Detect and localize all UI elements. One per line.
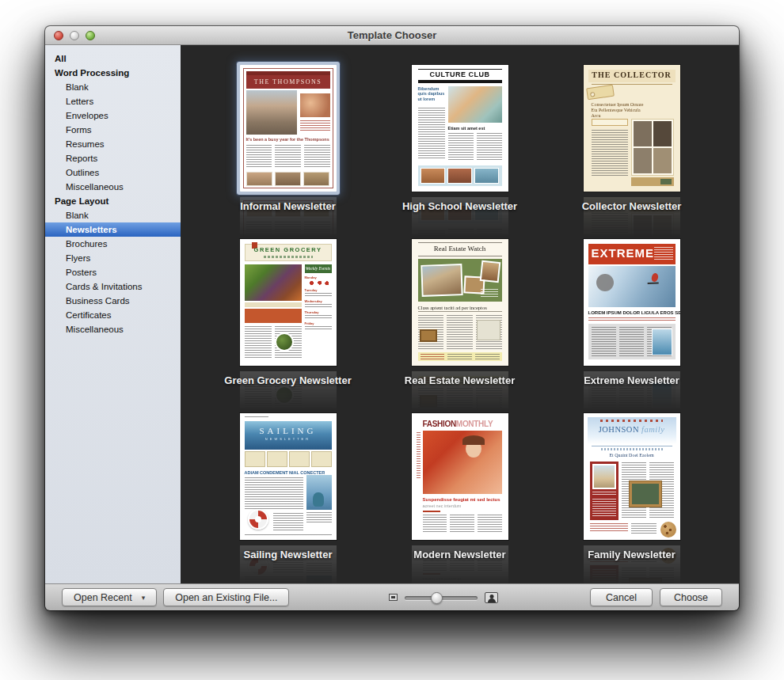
open-existing-file-button[interactable]: Open an Existing File... xyxy=(163,588,289,606)
template-label: Modern Newsletter xyxy=(413,549,505,560)
title-bar[interactable]: Template Chooser xyxy=(45,26,739,45)
thumb-text-block xyxy=(418,108,445,160)
thumb-photo-collage xyxy=(418,259,502,302)
sidebar-item-wp-miscellaneous[interactable]: Miscellaneous xyxy=(45,180,181,194)
sidebar-item-envelopes[interactable]: Envelopes xyxy=(45,108,181,123)
template-cell: EXTREME LOREM IPSUM DOLOR LIGULA EROS SE… xyxy=(546,236,717,410)
tomatoes-graphic xyxy=(305,280,332,286)
thumb-masthead-band: JOHNSON family xyxy=(588,417,676,444)
template-label: Extreme Newsletter xyxy=(584,374,679,386)
thumb-byline xyxy=(423,511,440,512)
template-label: Real Estate Newsletter xyxy=(405,374,515,386)
thumb-bar xyxy=(418,80,502,83)
minimize-button[interactable] xyxy=(70,31,79,40)
sidebar-item-pl-miscellaneous[interactable]: Miscellaneous xyxy=(45,322,181,336)
thumb-text-block xyxy=(245,477,303,509)
template-grid-area: THE THOMPSONS It's been a busy year for … xyxy=(181,45,739,583)
sidebar-item-pl-blank[interactable]: Blank xyxy=(45,208,181,222)
thumb-tagline xyxy=(264,256,313,258)
thumb-caption xyxy=(306,512,332,523)
sidebar-item-certificates[interactable]: Certificates xyxy=(45,308,181,322)
cancel-button[interactable]: Cancel xyxy=(590,588,653,606)
screen: Template Chooser All Word Processing Bla… xyxy=(0,0,784,680)
template-thumbnail-green-grocery-newsletter[interactable]: GREEN GROCERY Weekly Events Monday Tuesd… xyxy=(240,239,337,366)
template-label: Family Newsletter xyxy=(588,549,676,560)
thumb-subhead: Etiam sit amet est xyxy=(448,126,485,131)
sidebar-item-all[interactable]: All xyxy=(45,51,181,66)
thumb-masthead: EXTREME xyxy=(592,247,655,259)
thumb-dateline xyxy=(245,416,268,419)
sidebar-item-flyers[interactable]: Flyers xyxy=(45,251,181,265)
sidebar-item-wp-blank[interactable]: Blank xyxy=(45,80,181,94)
thumb-headline: It's been a busy year for the Thompsons xyxy=(246,137,330,142)
sidebar-item-business-cards[interactable]: Business Cards xyxy=(45,294,181,308)
template-cell: GREEN GROCERY Weekly Events Monday Tuesd… xyxy=(202,236,374,410)
thumbnail-slot: EXTREME LOREM IPSUM DOLOR LIGULA EROS SE… xyxy=(584,236,680,369)
thumb-tag-graphic xyxy=(586,85,615,101)
template-thumbnail-high-school-newsletter[interactable]: CULTURE CLUB Bibendum quis dapibus ut lo… xyxy=(412,65,508,192)
template-label: Sailing Newsletter xyxy=(244,549,333,560)
thumb-headline: Suspendisse feugiat mi sed lectus xyxy=(423,497,500,502)
sidebar-item-cards-invitations[interactable]: Cards & Invitations xyxy=(45,279,181,294)
thumbnail-slot: GREEN GROCERY Weekly Events Monday Tuesd… xyxy=(240,236,337,369)
sidebar-item-brochures[interactable]: Brochures xyxy=(45,237,181,251)
slider-knob[interactable] xyxy=(431,592,443,604)
template-label: Informal Newsletter xyxy=(240,200,336,212)
thumb-body-columns xyxy=(448,133,502,161)
template-thumbnail-collector-newsletter[interactable]: THE COLLECTOR Consectetuer Ipsum Ornare … xyxy=(584,65,680,192)
sidebar-item-resumes[interactable]: Resumes xyxy=(45,137,181,151)
window-title: Template Chooser xyxy=(348,29,436,41)
thumb-photo-circle xyxy=(275,332,294,351)
sidebar-group-page-layout[interactable]: Page Layout xyxy=(45,194,181,208)
thumb-rule xyxy=(418,256,502,256)
thumb-badge xyxy=(596,274,614,291)
thumb-callout xyxy=(245,309,302,323)
thumb-photo xyxy=(423,431,502,494)
thumb-photo xyxy=(592,464,616,489)
sidebar-item-letters[interactable]: Letters xyxy=(45,94,181,108)
template-cell: SAILING NEWSLETTER ADIAM CONDEMENT NIAL … xyxy=(202,410,374,583)
template-thumbnail-modern-newsletter[interactable]: FASHIONMONTHLY Suspendisse feugiat mi se… xyxy=(412,413,508,540)
thumbnail-size-slider[interactable] xyxy=(405,591,478,604)
choose-button[interactable]: Choose xyxy=(660,588,722,606)
sidebar-item-posters[interactable]: Posters xyxy=(45,265,181,279)
thumb-text-block xyxy=(592,499,616,518)
thumbnail-slot: THE THOMPSONS It's been a busy year for … xyxy=(240,62,337,195)
template-thumbnail-sailing-newsletter[interactable]: SAILING NEWSLETTER ADIAM CONDEMENT NIAL … xyxy=(240,413,337,540)
thumb-ribbon: Weekly Events xyxy=(305,264,332,273)
thumb-callout xyxy=(590,462,618,520)
sidebar-item-forms[interactable]: Forms xyxy=(45,123,181,137)
thumb-masthead: CULTURE CLUB xyxy=(412,70,508,78)
sidebar-item-outlines[interactable]: Outlines xyxy=(45,165,181,180)
thumb-headline: LOREM IPSUM DOLOR LIGULA EROS SET... xyxy=(588,310,676,315)
thumb-body-columns xyxy=(588,324,676,359)
sidebar-item-newsletters[interactable]: Newsletters xyxy=(45,222,181,237)
thumb-day-label: Monday xyxy=(305,275,332,279)
open-recent-button[interactable]: Open Recent ▾ xyxy=(62,588,157,606)
thumb-events-column: Weekly Events Monday Tuesday Wednesday T… xyxy=(305,264,332,359)
large-thumbnail-icon xyxy=(485,592,498,603)
template-thumbnail-real-estate-newsletter[interactable]: Real Estate Watch Class aptent taciti ad… xyxy=(412,239,508,366)
thumb-text-block xyxy=(300,120,330,131)
sidebar-group-word-processing[interactable]: Word Processing xyxy=(45,66,181,80)
thumb-callout xyxy=(592,119,628,126)
template-thumbnail-informal-newsletter[interactable]: THE THOMPSONS It's been a busy year for … xyxy=(240,65,337,192)
thumb-masthead-band: EXTREME xyxy=(588,244,676,264)
thumb-subhead: aoreet nec interdum xyxy=(423,503,462,508)
close-button[interactable] xyxy=(54,31,63,40)
template-thumbnail-family-newsletter[interactable]: JOHNSON family Et Quaint Doei Eaolem xyxy=(584,413,680,540)
thumb-masthead-light: MONTHLY xyxy=(456,420,493,428)
thumb-footer-strip xyxy=(418,352,502,361)
thumb-caption xyxy=(601,448,663,450)
template-label: Collector Newsletter xyxy=(582,200,682,212)
template-cell: Real Estate Watch Class aptent taciti ad… xyxy=(374,236,546,410)
thumb-text-block xyxy=(305,315,332,319)
thumb-teaser-row xyxy=(245,451,332,467)
thumb-text-block xyxy=(305,326,332,330)
thumb-masthead: GREEN GROCERY xyxy=(240,246,337,253)
template-thumbnail-extreme-newsletter[interactable]: EXTREME LOREM IPSUM DOLOR LIGULA EROS SE… xyxy=(584,239,680,366)
thumbnail-slot: SAILING NEWSLETTER ADIAM CONDEMENT NIAL … xyxy=(240,410,337,543)
thumb-photo-grid xyxy=(631,119,674,176)
sidebar-item-reports[interactable]: Reports xyxy=(45,151,181,165)
zoom-button[interactable] xyxy=(86,31,95,40)
